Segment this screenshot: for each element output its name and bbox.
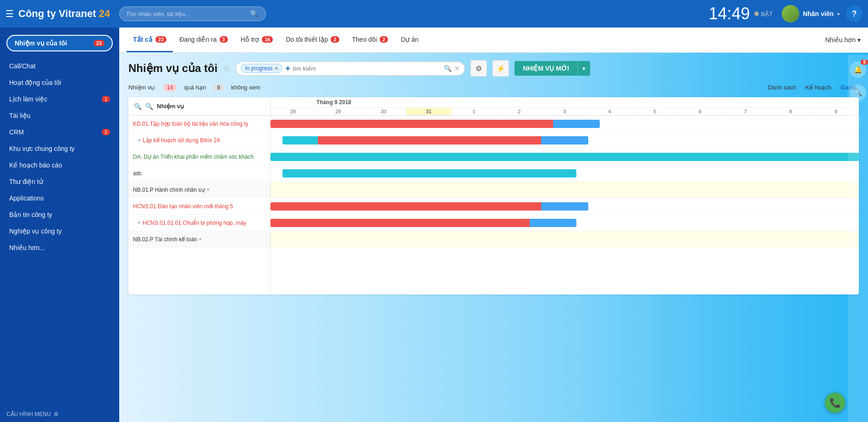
sidebar: Nhiệm vụ của tôi 23 Call/Chat Hoạt động … bbox=[0, 28, 119, 422]
sidebar-item-more[interactable]: Nhiều hơn... bbox=[0, 239, 119, 256]
gantt-bar-teal-3 bbox=[271, 153, 859, 161]
settings-button[interactable]: ⚙ bbox=[470, 60, 487, 77]
tab-project[interactable]: Dự án bbox=[394, 28, 425, 52]
sidebar-item-applications[interactable]: Applications bbox=[0, 190, 119, 206]
tab-following[interactable]: Theo dõi 2 bbox=[346, 28, 395, 52]
my-tasks-label: Nhiệm vụ của tôi bbox=[15, 39, 67, 47]
gantt-day-2: 2 bbox=[497, 108, 542, 115]
overdue-badge: 14 bbox=[163, 84, 177, 91]
new-task-dropdown-button[interactable]: ▾ bbox=[577, 61, 590, 76]
tab-support[interactable]: Hỗ trợ 16 bbox=[234, 28, 280, 52]
tab-ongoing-badge: 3 bbox=[220, 36, 228, 43]
sidebar-item-callchat[interactable]: Call/Chat bbox=[0, 58, 119, 74]
gantt-day-7: 7 bbox=[723, 108, 768, 115]
gantt-timeline-rows bbox=[271, 116, 859, 248]
gantt-task-row-1[interactable]: KD.01.Tập hợp toàn bộ tài liệu văn hóa c… bbox=[128, 116, 270, 132]
sidebar-item-activity[interactable]: Hoạt động của tôi bbox=[0, 74, 119, 91]
lightning-button[interactable]: ⚡ bbox=[492, 60, 509, 77]
hamburger-icon[interactable]: ☰ bbox=[6, 8, 14, 19]
sidebar-config[interactable]: CẦU HÌNH MENU ⚙ bbox=[6, 411, 59, 417]
right-panel: Tất cả 23 Đang diễn ra 3 Hỗ trợ 16 Do tô… bbox=[119, 28, 868, 422]
user-area[interactable]: Nhân viên ▾ bbox=[782, 5, 840, 22]
user-dropdown-icon[interactable]: ▾ bbox=[837, 11, 840, 17]
tab-more[interactable]: Nhiều hơn ▾ bbox=[825, 36, 861, 44]
section-dropdown-icon-1[interactable]: ▾ bbox=[207, 187, 210, 193]
star-icon[interactable]: ☆ bbox=[223, 63, 230, 73]
my-tasks-button[interactable]: Nhiệm vụ của tôi 23 bbox=[6, 35, 113, 51]
gantt-task-row-7[interactable]: + HCNS.01.01.01.Chuẩn bị phòng họp, máy bbox=[128, 215, 270, 231]
gantt-task-row-3[interactable]: DA. Dự án Triển khai phần mềm chăm sóc k… bbox=[128, 149, 270, 165]
gantt-chart: 🔍 🔍 Nhiệm vụ Tháng 9 2018 28 29 30 31 bbox=[128, 97, 859, 294]
sidebar-item-calendar[interactable]: Lịch làm việc 1 bbox=[0, 91, 119, 107]
sidebar-item-plan[interactable]: Kế hoạch báo cáo bbox=[0, 157, 119, 173]
task-header: Nhiệm vụ của tôi ☆ In progress ✕ + 🔍 ✕ ⚙… bbox=[128, 60, 859, 77]
notification-button[interactable]: 🔔 8 bbox=[850, 61, 866, 78]
tab-created-by-me[interactable]: Do tôi thiết lập 2 bbox=[279, 28, 345, 52]
phone-button[interactable]: 📞 bbox=[825, 393, 845, 413]
overdue-label: quá hạn bbox=[184, 84, 206, 91]
filter-add-icon[interactable]: + bbox=[285, 64, 290, 73]
gantt-section-row-1[interactable]: NB.01.P Hành chính nhân sự ▾ bbox=[128, 182, 270, 198]
section-dropdown-icon-2[interactable]: ▾ bbox=[199, 236, 202, 242]
unseen-label: không xem bbox=[231, 84, 260, 91]
avatar bbox=[782, 5, 799, 22]
gantt-task-name-2: Lập kế hoạch sử dụng Bitrix 24 bbox=[143, 137, 220, 144]
zoom-out-icon[interactable]: 🔍 bbox=[145, 103, 153, 110]
gantt-task-row-2[interactable]: + Lập kế hoạch sử dụng Bitrix 24 bbox=[128, 132, 270, 149]
filter-tag-label: In progress bbox=[245, 65, 272, 72]
gear-icon[interactable]: ⚙ bbox=[54, 411, 59, 417]
gantt-task-name-3: DA. Dự án Triển khai phần mềm chăm sóc k… bbox=[133, 154, 254, 160]
gantt-task-row-4[interactable]: adc bbox=[128, 165, 270, 182]
gantt-section-row-2[interactable]: NB.02.P Tài chính kế toán ▾ bbox=[128, 231, 270, 248]
sidebar-item-label: Applications bbox=[9, 194, 44, 202]
sidebar-item-common-area[interactable]: Khu vực chung công ty bbox=[0, 140, 119, 157]
sidebar-item-label: Tài liệu bbox=[9, 112, 30, 119]
brand-name: Công ty Vitranet bbox=[18, 8, 96, 20]
filter-tag-remove-icon[interactable]: ✕ bbox=[274, 66, 278, 72]
tab-all-label: Tất cả bbox=[133, 36, 153, 43]
sidebar-item-business[interactable]: Nghiệp vụ công ty bbox=[0, 223, 119, 239]
gantt-bar-row-2 bbox=[271, 132, 859, 149]
sidebar-crm-badge: 2 bbox=[102, 129, 110, 135]
sidebar-item-documents[interactable]: Tài liệu bbox=[0, 107, 119, 124]
view-list-button[interactable]: Danh sách bbox=[765, 83, 799, 92]
search-input[interactable] bbox=[126, 11, 250, 17]
subtask-expand-icon-7[interactable]: + bbox=[138, 220, 141, 226]
subtask-expand-icon-2[interactable]: + bbox=[138, 137, 141, 144]
gantt-bar-row-1 bbox=[271, 116, 859, 132]
gantt-bar-row-6 bbox=[271, 198, 859, 215]
search-side-button[interactable]: 🔍 bbox=[850, 84, 866, 101]
view-plan-button[interactable]: Kế hoạch bbox=[803, 83, 834, 92]
gantt-task-row-6[interactable]: HCNS.01.Đào tạo nhân viên mới tháng 5 bbox=[128, 198, 270, 215]
filter-search-input[interactable] bbox=[293, 65, 441, 72]
sidebar-item-label: Bản tin công ty bbox=[9, 211, 52, 218]
gantt-task-list: KD.01.Tập hợp toàn bộ tài liệu văn hóa c… bbox=[128, 116, 271, 294]
help-button[interactable]: ? bbox=[846, 6, 862, 22]
sidebar-item-email[interactable]: Thư điện tử bbox=[0, 173, 119, 190]
content-area: Nhiệm vụ của tôi ☆ In progress ✕ + 🔍 ✕ ⚙… bbox=[119, 53, 868, 422]
tab-following-badge: 2 bbox=[380, 36, 388, 43]
sidebar-item-label: Nghiệp vụ công ty bbox=[9, 228, 62, 235]
tab-ongoing-label: Đang diễn ra bbox=[179, 36, 216, 43]
gantt-bar-teal-4 bbox=[282, 169, 577, 178]
filter-clear-icon[interactable]: ✕ bbox=[454, 65, 460, 72]
tab-all[interactable]: Tất cả 23 bbox=[127, 28, 173, 52]
new-task-button[interactable]: NHIỆM VỤ MỚI bbox=[514, 61, 577, 76]
gantt-col-label: Nhiệm vụ bbox=[157, 103, 265, 110]
sidebar-item-crm[interactable]: CRM 2 bbox=[0, 124, 119, 140]
gantt-task-name-4: adc bbox=[133, 170, 142, 177]
gantt-day-8: 8 bbox=[768, 108, 814, 115]
sidebar-item-news[interactable]: Bản tin công ty bbox=[0, 206, 119, 223]
sidebar-content: Nhiệm vụ của tôi 23 Call/Chat Hoạt động … bbox=[0, 32, 119, 256]
zoom-in-icon[interactable]: 🔍 bbox=[134, 103, 142, 110]
tab-support-badge: 16 bbox=[262, 36, 273, 43]
search-bar[interactable]: 🔍 bbox=[119, 6, 266, 21]
gantt-day-29: 29 bbox=[316, 108, 361, 115]
tab-more-chevron-icon: ▾ bbox=[857, 36, 861, 44]
tab-ongoing[interactable]: Đang diễn ra 3 bbox=[173, 28, 234, 52]
gantt-day-6: 6 bbox=[678, 108, 723, 115]
avatar-image bbox=[782, 5, 799, 22]
stats-bar: Nhiệm vụ: 14 quá hạn 9 không xem Danh sá… bbox=[128, 83, 859, 92]
vertical-label: Không bbox=[855, 117, 861, 131]
tab-all-badge: 23 bbox=[155, 36, 166, 43]
